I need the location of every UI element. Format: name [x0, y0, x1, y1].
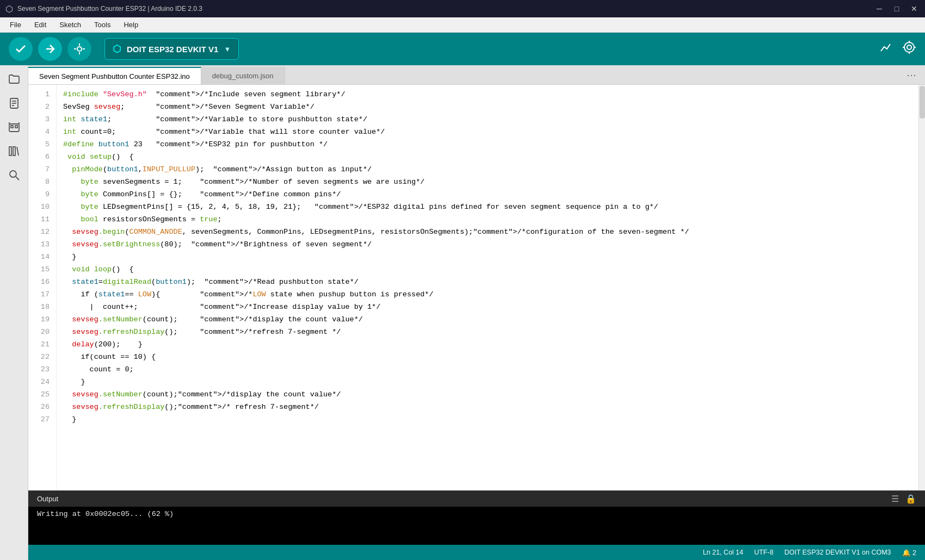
line-number: 17 [28, 288, 50, 301]
svg-rect-17 [11, 126, 13, 128]
output-text: Writing at 0x0002ec05... (62 %) [28, 507, 925, 545]
title-bar: ⬡ Seven Segment Pushbutton Counter ESP32… [0, 0, 925, 17]
svg-rect-21 [9, 147, 11, 155]
line-number: 1 [28, 88, 50, 101]
line-number: 23 [28, 363, 50, 376]
minimize-button[interactable]: ─ [874, 3, 885, 14]
line-number: 2 [28, 101, 50, 113]
code-line: pinMode(button1,INPUT_PULLUP); "comment"… [63, 163, 918, 176]
code-line: bool resistorsOnSegments = true; [63, 213, 918, 226]
sidebar-file-icon[interactable] [4, 94, 24, 113]
code-line: byte LEDsegmentPins[] = {15, 2, 4, 5, 18… [63, 201, 918, 213]
line-number: 22 [28, 351, 50, 363]
sidebar-folder-icon[interactable] [4, 70, 24, 89]
title-bar-controls[interactable]: ─ □ ✕ [874, 3, 920, 14]
svg-line-24 [16, 177, 19, 180]
board-chevron-icon: ▼ [224, 45, 231, 53]
line-number: 14 [28, 251, 50, 263]
code-line: if(count == 10) { [63, 351, 918, 363]
board-selector[interactable]: ⬡ DOIT ESP32 DEVKIT V1 ▼ [104, 38, 239, 60]
line-number: 15 [28, 263, 50, 276]
svg-point-1 [77, 47, 82, 51]
serial-plotter-icon[interactable] [879, 40, 893, 58]
tab-bar: Seven Segment Pushbutton Counter ESP32.i… [28, 65, 925, 85]
code-line: if (state1== LOW){ "comment">/*LOW state… [63, 288, 918, 301]
tab-more-button[interactable]: ⋯ [906, 69, 925, 81]
app-icon: ⬡ [5, 4, 13, 14]
line-number: 5 [28, 138, 50, 151]
menu-help[interactable]: Help [118, 20, 144, 30]
code-line: sevseg.begin(COMMON_ANODE, sevenSegments… [63, 226, 918, 238]
line-number: 3 [28, 113, 50, 126]
status-encoding: UTF-8 [754, 549, 773, 556]
code-line: sevseg.refreshDisplay();"comment">/* ref… [63, 401, 918, 413]
svg-rect-18 [15, 126, 17, 128]
line-number: 12 [28, 226, 50, 238]
code-line: #define button1 23 "comment">/*ESP32 pin… [63, 138, 918, 151]
line-number: 20 [28, 326, 50, 338]
output-panel: Output ☰ 🔒 Writing at 0x0002ec05... (62 … [28, 490, 925, 545]
menu-edit[interactable]: Edit [29, 20, 52, 30]
code-line: count = 0; [63, 363, 918, 376]
status-notifications: 🔔 2 [902, 549, 916, 557]
line-number: 19 [28, 313, 50, 326]
code-line: int count=0; "comment">/*Variable that w… [63, 126, 918, 138]
output-header-icons: ☰ 🔒 [891, 494, 916, 504]
output-list-icon[interactable]: ☰ [891, 494, 899, 504]
tab-json[interactable]: debug_custom.json [201, 67, 285, 84]
code-line: sevseg.refreshDisplay(); "comment">/*ref… [63, 326, 918, 338]
code-line: sevseg.setNumber(count);"comment">/*disp… [63, 388, 918, 401]
svg-point-23 [10, 171, 16, 177]
svg-point-6 [904, 42, 914, 52]
line-number: 6 [28, 151, 50, 163]
upload-button[interactable] [38, 37, 62, 61]
board-name: DOIT ESP32 DEVKIT V1 [127, 45, 218, 54]
output-lock-icon[interactable]: 🔒 [905, 494, 916, 504]
code-line: | count++; "comment">/*Increase display … [63, 301, 918, 313]
scrollbar-thumb[interactable] [920, 86, 925, 119]
code-content[interactable]: #include "SevSeg.h" "comment">/*Include … [57, 85, 918, 490]
serial-monitor-icon[interactable] [902, 40, 916, 58]
menu-tools[interactable]: Tools [89, 20, 116, 30]
title-bar-text: Seven Segment Pushbutton Counter ESP32 |… [17, 5, 202, 13]
svg-rect-22 [13, 147, 15, 155]
sidebar-boards-icon[interactable] [4, 117, 24, 137]
line-number: 21 [28, 338, 50, 351]
output-header: Output ☰ 🔒 [28, 490, 925, 507]
line-number: 7 [28, 163, 50, 176]
line-number: 18 [28, 301, 50, 313]
sidebar-library-icon[interactable] [4, 141, 24, 161]
line-number: 10 [28, 201, 50, 213]
line-number: 4 [28, 126, 50, 138]
close-button[interactable]: ✕ [909, 3, 920, 14]
menu-sketch[interactable]: Sketch [54, 20, 87, 30]
editor-scrollbar[interactable] [918, 85, 925, 490]
main-layout: Seven Segment Pushbutton Counter ESP32.i… [0, 65, 925, 560]
status-position: Ln 21, Col 14 [703, 549, 743, 556]
svg-point-7 [907, 45, 911, 49]
code-line: } [63, 251, 918, 263]
code-editor[interactable]: 1234567891011121314151617181920212223242… [28, 85, 925, 490]
verify-button[interactable] [9, 37, 33, 61]
code-line: byte sevenSegments = 1; "comment">/*Numb… [63, 176, 918, 188]
output-label: Output [37, 495, 58, 503]
code-line: int state1; "comment">/*Variable to stor… [63, 113, 918, 126]
code-line: #include "SevSeg.h" "comment">/*Include … [63, 88, 918, 101]
menu-file[interactable]: File [4, 20, 27, 30]
editor-area: Seven Segment Pushbutton Counter ESP32.i… [28, 65, 925, 560]
debugger-button[interactable] [67, 37, 91, 61]
toolbar-right-icons [879, 40, 916, 58]
code-line: byte CommonPins[] = {}; "comment">/*Defi… [63, 188, 918, 201]
code-line: void setup() { [63, 151, 918, 163]
maximize-button[interactable]: □ [891, 3, 902, 14]
line-number: 11 [28, 213, 50, 226]
sidebar-search-icon[interactable] [4, 165, 24, 185]
line-number: 8 [28, 176, 50, 188]
code-line: sevseg.setBrightness(80); "comment">/*Br… [63, 238, 918, 251]
menu-bar: File Edit Sketch Tools Help [0, 17, 925, 33]
sidebar [0, 65, 28, 560]
line-number: 27 [28, 413, 50, 426]
title-bar-left: ⬡ Seven Segment Pushbutton Counter ESP32… [5, 4, 202, 14]
tab-ino[interactable]: Seven Segment Pushbutton Counter ESP32.i… [28, 67, 201, 84]
line-number: 25 [28, 388, 50, 401]
